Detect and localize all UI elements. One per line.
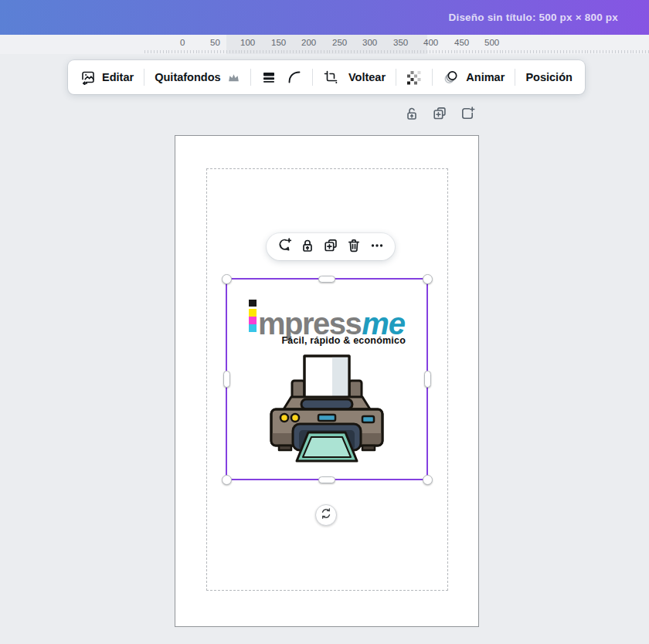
resize-handle-bottom-left[interactable] xyxy=(222,475,232,485)
ruler-label: 300 xyxy=(362,38,377,47)
brand-text-impress: mpress xyxy=(258,308,361,339)
divider xyxy=(515,69,515,86)
background-remover-button[interactable]: Quitafondos xyxy=(155,71,240,83)
unlock-icon xyxy=(404,106,420,124)
edit-image-icon xyxy=(80,69,96,85)
border-weight-button[interactable] xyxy=(261,69,277,85)
resize-handle-left[interactable] xyxy=(223,371,230,388)
cmyk-magenta-block xyxy=(249,317,257,324)
ruler-label: 450 xyxy=(454,38,469,47)
ruler-label: 500 xyxy=(484,38,499,47)
more-icon xyxy=(369,238,385,256)
brand-wordmark: mpress me xyxy=(226,300,427,339)
divider xyxy=(432,69,433,86)
brand-text-me: me xyxy=(362,308,405,339)
ruler-label: 350 xyxy=(393,38,408,47)
position-button[interactable]: Posición xyxy=(525,71,572,83)
selection-context-toolbar xyxy=(267,233,395,260)
cmyk-yellow-block xyxy=(249,309,257,317)
transparency-button[interactable] xyxy=(406,69,422,85)
curve-icon xyxy=(287,69,302,85)
more-options-button[interactable] xyxy=(366,236,388,258)
edit-image-button[interactable]: Editar xyxy=(80,69,134,85)
animate-label: Animar xyxy=(466,71,505,83)
duplicate-page-icon xyxy=(432,106,447,124)
comment-add-icon xyxy=(277,237,293,256)
trash-icon xyxy=(346,238,362,256)
position-label: Posición xyxy=(525,71,572,83)
ruler-label: 50 xyxy=(210,38,220,47)
cmyk-letter-i xyxy=(249,300,257,332)
duplicate-button[interactable] xyxy=(320,236,341,258)
delete-button[interactable] xyxy=(343,236,365,258)
divider xyxy=(250,69,251,86)
background-remover-label: Quitafondos xyxy=(155,71,220,83)
resize-handle-bottom[interactable] xyxy=(318,476,335,483)
crop-icon xyxy=(323,69,338,85)
corner-rounding-button[interactable] xyxy=(287,69,302,85)
ruler-label: 200 xyxy=(301,38,316,47)
line-weight-icon xyxy=(261,69,277,85)
ruler-label: 0 xyxy=(180,38,185,47)
ruler-label: 100 xyxy=(240,38,255,47)
page-actions xyxy=(401,104,478,126)
rotate-icon xyxy=(320,507,332,523)
cmyk-cyan-block xyxy=(249,324,257,332)
horizontal-ruler: 0 50 100 150 200 250 300 350 400 450 500 xyxy=(0,35,649,54)
duplicate-icon xyxy=(323,238,338,256)
divider xyxy=(144,69,144,86)
printer-illustration xyxy=(264,353,389,469)
ruler-label: 400 xyxy=(423,38,438,47)
edit-image-label: Editar xyxy=(102,71,134,83)
lock-page-button[interactable] xyxy=(401,104,423,126)
resize-handle-bottom-right[interactable] xyxy=(423,475,433,485)
element-toolbar: Editar Quitafondos xyxy=(68,60,585,94)
flip-button[interactable]: Voltear xyxy=(348,71,386,83)
pro-crown-icon xyxy=(227,72,240,83)
cmyk-black-block xyxy=(249,300,257,307)
logo-element[interactable]: mpress me Fácil, rápido & económico xyxy=(226,279,427,480)
add-page-button[interactable] xyxy=(457,104,478,126)
duplicate-page-button[interactable] xyxy=(429,104,450,126)
resize-handle-top-left[interactable] xyxy=(222,274,232,284)
add-comment-button[interactable] xyxy=(274,236,295,258)
brand-tagline: Fácil, rápido & económico xyxy=(281,335,406,346)
rotate-handle[interactable] xyxy=(315,504,337,526)
resize-handle-right[interactable] xyxy=(424,371,431,388)
design-title[interactable]: Diseño sin título: 500 px × 800 px xyxy=(449,12,619,23)
divider xyxy=(312,69,313,86)
lock-button[interactable] xyxy=(297,236,318,258)
add-page-icon xyxy=(460,106,475,124)
ruler-minor-ticks xyxy=(175,50,649,53)
ruler-minor-ticks xyxy=(144,50,175,53)
transparency-icon xyxy=(406,69,422,85)
resize-handle-top[interactable] xyxy=(318,276,335,283)
ruler-label: 150 xyxy=(271,38,286,47)
resize-handle-top-right[interactable] xyxy=(423,274,433,284)
lock-icon xyxy=(300,238,315,256)
flip-label: Voltear xyxy=(348,71,386,83)
divider xyxy=(396,69,396,86)
animate-icon xyxy=(443,69,460,85)
ruler-label: 250 xyxy=(332,38,347,47)
design-header-bar: Diseño sin título: 500 px × 800 px xyxy=(0,0,649,35)
animate-button[interactable]: Animar xyxy=(443,69,505,85)
crop-button[interactable] xyxy=(323,69,338,85)
